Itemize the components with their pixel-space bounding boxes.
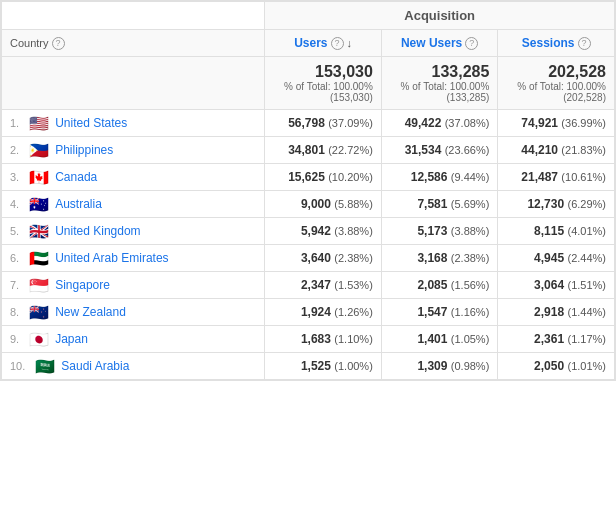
new-users-value: 49,422 (405, 116, 442, 130)
sessions-pct: (1.01%) (567, 360, 606, 372)
country-name-link[interactable]: Singapore (55, 278, 110, 292)
table-row: 9. 🇯🇵 Japan 1,683 (1.10%) 1,401 (1.05%) … (2, 326, 615, 353)
table-row: 6. 🇦🇪 United Arab Emirates 3,640 (2.38%)… (2, 245, 615, 272)
totals-new-users-cell: 133,285 % of Total: 100.00% (133,285) (381, 57, 498, 110)
new-users-value: 31,534 (405, 143, 442, 157)
totals-sessions-main: 202,528 (506, 63, 606, 81)
country-name-link[interactable]: Saudi Arabia (61, 359, 129, 373)
totals-new-users-sub2: (133,285) (390, 92, 490, 103)
new-users-value: 5,173 (417, 224, 447, 238)
users-cell-9: 1,525 (1.00%) (265, 353, 382, 380)
new-users-value: 7,581 (417, 197, 447, 211)
sessions-pct: (21.83%) (561, 144, 606, 156)
users-cell-7: 1,924 (1.26%) (265, 299, 382, 326)
country-name-link[interactable]: Canada (55, 170, 97, 184)
country-name-link[interactable]: United States (55, 116, 127, 130)
new-users-cell-7: 1,547 (1.16%) (381, 299, 498, 326)
sessions-value: 2,361 (534, 332, 564, 346)
country-name-link[interactable]: Philippines (55, 143, 113, 157)
new-users-cell-1: 31,534 (23.66%) (381, 137, 498, 164)
row-number: 3. (10, 171, 19, 183)
users-value: 56,798 (288, 116, 325, 130)
sessions-value: 3,064 (534, 278, 564, 292)
row-number: 6. (10, 252, 19, 264)
sessions-info-icon[interactable]: ? (578, 37, 591, 50)
new-users-cell-6: 2,085 (1.56%) (381, 272, 498, 299)
acquisition-header: Acquisition (265, 2, 615, 30)
new-users-pct: (1.56%) (451, 279, 490, 291)
analytics-table: Acquisition Country ? Users ? ↓ (0, 0, 616, 381)
row-number: 1. (10, 117, 19, 129)
new-users-info-icon[interactable]: ? (465, 37, 478, 50)
country-name-link[interactable]: New Zealand (55, 305, 126, 319)
table-row: 8. 🇳🇿 New Zealand 1,924 (1.26%) 1,547 (1… (2, 299, 615, 326)
new-users-value: 1,401 (417, 332, 447, 346)
new-users-value: 3,168 (417, 251, 447, 265)
country-flag: 🇬🇧 (29, 224, 49, 238)
sessions-cell-2: 21,487 (10.61%) (498, 164, 615, 191)
sessions-value: 44,210 (521, 143, 558, 157)
users-pct: (3.88%) (334, 225, 373, 237)
new-users-pct: (2.38%) (451, 252, 490, 264)
users-value: 1,525 (301, 359, 331, 373)
row-number: 4. (10, 198, 19, 210)
sessions-pct: (1.44%) (567, 306, 606, 318)
new-users-pct: (1.16%) (451, 306, 490, 318)
country-name-link[interactable]: United Arab Emirates (55, 251, 168, 265)
new-users-pct: (9.44%) (451, 171, 490, 183)
country-flag: 🇳🇿 (29, 305, 49, 319)
country-cell-9: 10. 🇸🇦 Saudi Arabia (2, 353, 265, 380)
users-value: 9,000 (301, 197, 331, 211)
country-flag: 🇺🇸 (29, 116, 49, 130)
totals-users-main: 153,030 (273, 63, 373, 81)
sort-desc-icon[interactable]: ↓ (347, 37, 353, 49)
sessions-value: 74,921 (521, 116, 558, 130)
users-value: 3,640 (301, 251, 331, 265)
users-pct: (1.53%) (334, 279, 373, 291)
new-users-cell-4: 5,173 (3.88%) (381, 218, 498, 245)
new-users-cell-9: 1,309 (0.98%) (381, 353, 498, 380)
users-value: 2,347 (301, 278, 331, 292)
row-number: 2. (10, 144, 19, 156)
country-info-icon[interactable]: ? (52, 37, 65, 50)
sessions-value: 21,487 (521, 170, 558, 184)
users-pct: (10.20%) (328, 171, 373, 183)
totals-users-cell: 153,030 % of Total: 100.00% (153,030) (265, 57, 382, 110)
sessions-pct: (6.29%) (567, 198, 606, 210)
new-users-pct: (5.69%) (451, 198, 490, 210)
country-header-cell (2, 2, 265, 30)
country-cell-2: 3. 🇨🇦 Canada (2, 164, 265, 191)
totals-new-users-sub1: % of Total: 100.00% (390, 81, 490, 92)
new-users-value: 1,309 (417, 359, 447, 373)
totals-sessions-sub1: % of Total: 100.00% (506, 81, 606, 92)
new-users-column-header: New Users ? (381, 30, 498, 57)
users-value: 1,924 (301, 305, 331, 319)
country-name-link[interactable]: Japan (55, 332, 88, 346)
new-users-sort-link[interactable]: New Users (401, 36, 462, 50)
country-name-link[interactable]: Australia (55, 197, 102, 211)
users-sort-link[interactable]: Users (294, 36, 327, 50)
table-row: 5. 🇬🇧 United Kingdom 5,942 (3.88%) 5,173… (2, 218, 615, 245)
sessions-pct: (10.61%) (561, 171, 606, 183)
users-cell-5: 3,640 (2.38%) (265, 245, 382, 272)
country-name-link[interactable]: United Kingdom (55, 224, 140, 238)
users-value: 1,683 (301, 332, 331, 346)
sessions-column-header: Sessions ? (498, 30, 615, 57)
sessions-pct: (2.44%) (567, 252, 606, 264)
totals-users-sub1: % of Total: 100.00% (273, 81, 373, 92)
row-number: 10. (10, 360, 25, 372)
totals-users-sub2: (153,030) (273, 92, 373, 103)
new-users-value: 2,085 (417, 278, 447, 292)
sessions-sort-link[interactable]: Sessions (522, 36, 575, 50)
country-flag: 🇯🇵 (29, 332, 49, 346)
country-flag: 🇦🇺 (29, 197, 49, 211)
users-cell-3: 9,000 (5.88%) (265, 191, 382, 218)
users-info-icon[interactable]: ? (331, 37, 344, 50)
country-flag: 🇨🇦 (29, 170, 49, 184)
sessions-cell-1: 44,210 (21.83%) (498, 137, 615, 164)
country-flag: 🇸🇦 (35, 359, 55, 373)
users-pct: (22.72%) (328, 144, 373, 156)
users-pct: (2.38%) (334, 252, 373, 264)
sessions-pct: (36.99%) (561, 117, 606, 129)
new-users-cell-8: 1,401 (1.05%) (381, 326, 498, 353)
